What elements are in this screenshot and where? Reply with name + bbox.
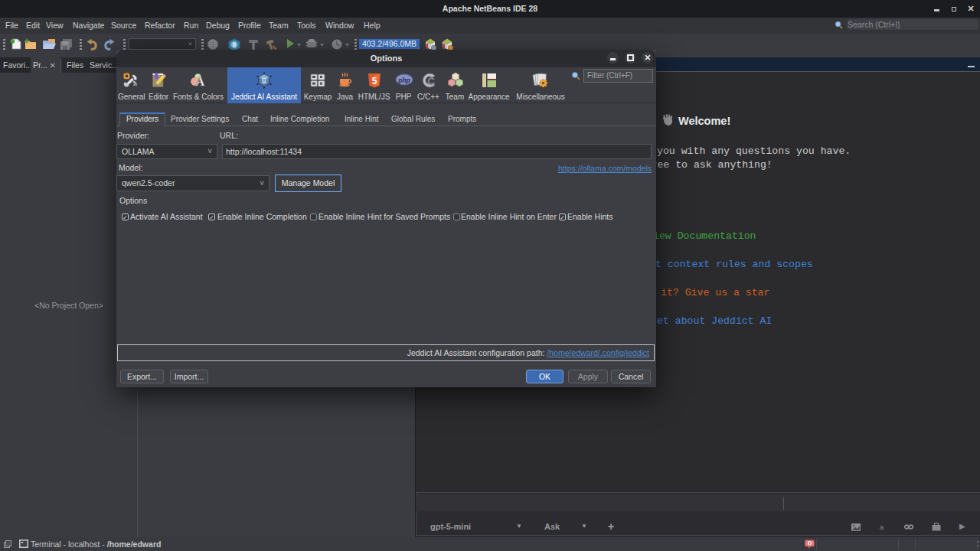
svg-text:php: php	[397, 77, 410, 84]
svg-text:5: 5	[372, 76, 377, 86]
svg-text:A: A	[195, 74, 205, 89]
